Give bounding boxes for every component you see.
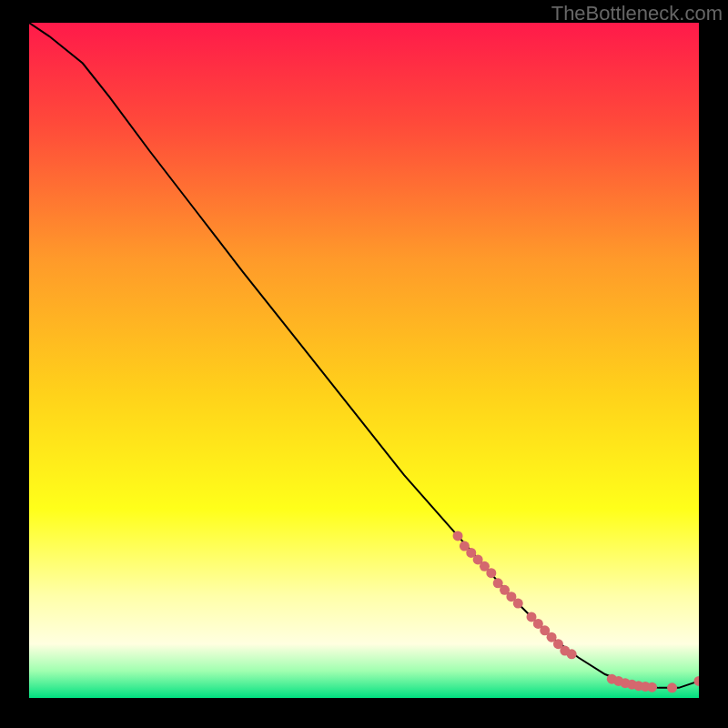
data-point bbox=[513, 599, 523, 609]
data-point bbox=[453, 531, 463, 541]
plot-area bbox=[29, 23, 699, 698]
data-point bbox=[486, 568, 496, 578]
data-point bbox=[647, 682, 657, 693]
watermark-text: TheBottleneck.com bbox=[551, 2, 723, 25]
chart-svg bbox=[29, 23, 699, 698]
data-point bbox=[567, 649, 577, 659]
chart-container: TheBottleneck.com bbox=[0, 0, 728, 728]
data-point bbox=[667, 682, 677, 693]
